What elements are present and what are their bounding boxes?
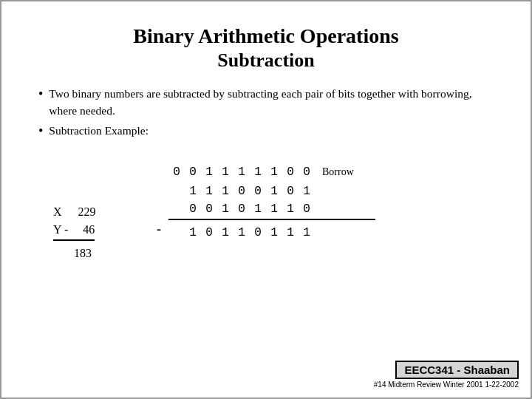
title-line1: Binary Arithmetic Operations [38, 24, 494, 49]
bullet-1: • Two binary numbers are subtracted by s… [38, 85, 494, 120]
decimal-y-row: Y - 46 [53, 222, 95, 241]
slide: Binary Arithmetic Operations Subtraction… [0, 0, 532, 399]
x-decimal-value: 229 [66, 205, 96, 219]
example-area: X 229 Y - 46 183 - 001111100 Bo [38, 163, 494, 263]
title-line2: Subtraction [38, 49, 494, 72]
result-binary-row: 10110111 [168, 223, 375, 242]
y-label: Y - [53, 223, 68, 236]
y-binary-value: 00101110 [168, 202, 315, 216]
borrow-row: 001111100 Borrow [168, 163, 375, 182]
result-binary-value: 10110111 [168, 226, 315, 239]
decimal-x-row: X 229 [53, 202, 96, 222]
x-label: X [53, 205, 62, 219]
bullet-2: • Subtraction Example: [38, 122, 494, 140]
title-area: Binary Arithmetic Operations Subtraction [38, 24, 494, 72]
bullets-section: • Two binary numbers are subtracted by s… [38, 85, 494, 144]
result-decimal-value: 183 [74, 247, 92, 260]
minus-section: - [149, 163, 168, 237]
borrow-label: Borrow [322, 166, 354, 178]
x-binary-row: 11100101 [168, 182, 375, 201]
borrow-binary: 001111100 [168, 166, 315, 179]
bullet-text-2: Subtraction Example: [49, 122, 494, 139]
footer-badge: EECC341 - Shaaban [395, 361, 519, 379]
y-decimal-value: 46 [72, 223, 95, 236]
bullet-dot-2: • [38, 122, 43, 140]
x-binary-value: 11100101 [168, 185, 315, 198]
minus-sign: - [157, 222, 161, 237]
decimal-section: X 229 Y - 46 183 [53, 163, 149, 263]
y-binary-row: 00101110 [168, 201, 375, 220]
footer: EECC341 - Shaaban #14 Midterm Review Win… [374, 361, 519, 389]
bullet-dot-1: • [38, 85, 43, 103]
binary-section: 001111100 Borrow 11100101 00101110 10110… [168, 163, 375, 242]
footer-subtitle: #14 Midterm Review Winter 2001 1-22-2002 [374, 381, 519, 389]
decimal-result-row: 183 [53, 244, 92, 263]
bullet-text-1: Two binary numbers are subtracted by sub… [49, 85, 494, 120]
